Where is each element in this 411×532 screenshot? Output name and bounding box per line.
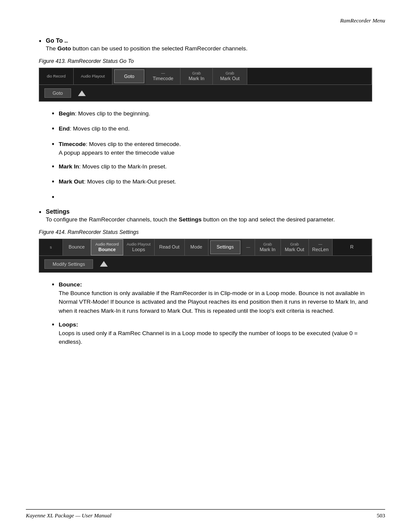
goto-title: Go To .. (46, 37, 68, 44)
section-goto: • Go To .. The Goto button can be used t… (39, 37, 372, 53)
cell414-readout: Read Out (155, 239, 185, 255)
goto-label-btn: Goto (44, 88, 71, 98)
modify-settings-btn: Modify Settings (44, 259, 93, 269)
bullet-empty: • (52, 193, 372, 203)
bullet-dot-begin: • (52, 109, 54, 119)
figure413: dio Record Audio Playout Goto — Timecode (39, 68, 372, 102)
figure414-row2: Modify Settings (39, 255, 372, 272)
arrow-container-414 (100, 261, 108, 267)
cell414-left: s (39, 239, 63, 255)
cell414-reclen: — RecLen (309, 239, 333, 255)
page-header: RamRecorder Menu (26, 17, 385, 24)
bounce-text: Bounce: The Bounce function is only avai… (59, 281, 367, 314)
goto-description: The Goto button can be used to position … (46, 45, 247, 52)
figure414-row1: s Bounce Audio Record Bounce Audio Playo… (39, 239, 372, 255)
settings-content: Settings To configure the RamRecorder ch… (46, 208, 372, 224)
bullet-dot-end: • (52, 124, 54, 134)
chapter-title: RamRecorder Menu (340, 17, 385, 24)
figure414-caption: Figure 414. RamRecorder Status Settings (39, 229, 372, 235)
cell414-bounce-outer: Bounce (63, 239, 91, 255)
cell414-loops: Audio Playout Loops (123, 239, 155, 255)
cell-mark-in: Grab Mark In (181, 68, 213, 84)
begin-text: Begin: Moves clip to the beginning. (59, 110, 150, 117)
settings-title: Settings (46, 208, 69, 215)
goto-bullets: • Begin: Moves clip to the beginning. • … (52, 109, 372, 202)
cell414-markin: Grab Mark In (255, 239, 281, 255)
bullet-mark-in: • Mark In: Moves clip to the Mark-In pre… (52, 162, 372, 172)
bullet-loops: • Loops: Loops is used only if a RamRec … (52, 320, 372, 347)
goto-content: Go To .. The Goto button can be used to … (46, 37, 372, 53)
mark-out-text: Mark Out: Moves clip to the Mark-Out pre… (59, 178, 176, 185)
cell-timecode: — Timecode (146, 68, 181, 84)
cell-mark-out: Grab Mark Out (213, 68, 247, 84)
arrow-container-413 (78, 90, 86, 96)
cell-dio-record: dio Record (39, 68, 74, 84)
settings-bullets: • Bounce: The Bounce function is only av… (52, 280, 372, 347)
bullet-dot-timecode: • (52, 139, 54, 150)
bullet-dot-mark-out: • (52, 177, 54, 187)
bullet-bounce: • Bounce: The Bounce function is only av… (52, 280, 372, 315)
settings-description: To configure the RamRecorder channels, t… (46, 216, 335, 223)
section-settings: • Settings To configure the RamRecorder … (39, 208, 372, 224)
bullet-timecode: • Timecode: Moves clip to the entered ti… (52, 140, 372, 158)
figure413-row2: Goto (39, 84, 372, 101)
bullet-dot: • (39, 36, 41, 47)
arrow-up-414 (100, 261, 108, 267)
bullet-end: • End: Moves clip to the end. (52, 124, 372, 134)
arrow-up-413 (78, 90, 86, 96)
timecode-text: Timecode: Moves clip to the entered time… (59, 141, 181, 156)
figure413-panel: dio Record Audio Playout Goto — Timecode (39, 68, 372, 102)
end-text: End: Moves clip to the end. (59, 125, 129, 132)
bullet-dot-mark-in: • (52, 162, 54, 172)
figure414-panel: s Bounce Audio Record Bounce Audio Playo… (39, 239, 372, 273)
bullet-dot-empty: • (52, 192, 54, 203)
bullet-begin: • Begin: Moves clip to the beginning. (52, 109, 372, 119)
footer-page-number: 503 (377, 512, 386, 519)
footer-left: Kayenne XL Package — User Manual (26, 512, 112, 519)
cell-goto-btn[interactable]: Goto (114, 69, 144, 83)
cell414-mode: Mode (185, 239, 209, 255)
cell414-audio-record: Audio Record Bounce (91, 239, 123, 255)
cell414-markout: Grab Mark Out (281, 239, 309, 255)
bullet-dot-bounce: • (52, 280, 54, 290)
cell414-end: R (333, 239, 372, 255)
cell414-settings-btn[interactable]: Settings (210, 240, 240, 254)
bullet-mark-out: • Mark Out: Moves clip to the Mark-Out p… (52, 177, 372, 187)
mark-in-text: Mark In: Moves clip to the Mark-In prese… (59, 163, 167, 170)
loops-text: Loops: Loops is used only if a RamRec Ch… (59, 321, 358, 345)
page-footer: Kayenne XL Package — User Manual 503 (26, 509, 385, 519)
figure414: s Bounce Audio Record Bounce Audio Playo… (39, 239, 372, 273)
cell-audio-playout: Audio Playout (74, 68, 112, 84)
figure413-row1: dio Record Audio Playout Goto — Timecode (39, 68, 372, 84)
bullet-dot-loops: • (52, 320, 54, 330)
cell-end-413 (247, 68, 372, 84)
cell414-sep: — (242, 239, 255, 255)
figure413-caption: Figure 413. RamRecorder Status Go To (39, 58, 372, 64)
bullet-dot-settings: • (39, 207, 41, 218)
